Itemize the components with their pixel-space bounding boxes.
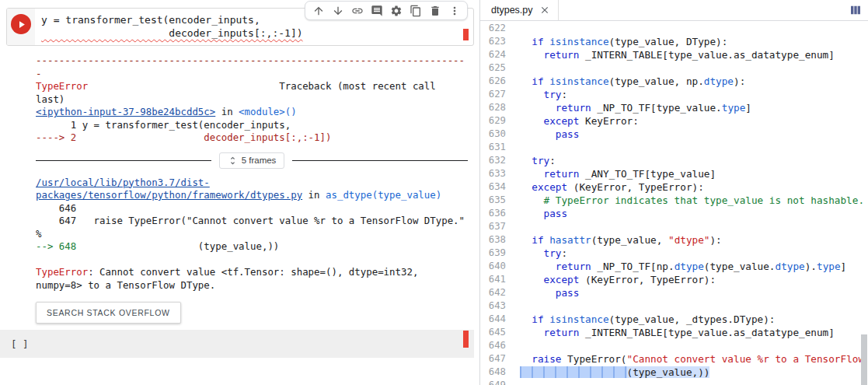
editor-line[interactable]: 644 if isinstance(type_value, _dtypes.DT… [480, 313, 868, 326]
line-number: 630 [480, 128, 506, 141]
editor-line[interactable]: 633 return _ANY_TO_TF[type_value] [480, 167, 868, 180]
scrollbar-thumb[interactable] [861, 334, 867, 385]
editor-settings-icon[interactable] [387, 2, 405, 19]
copy-cell-icon[interactable] [406, 2, 424, 19]
traceback-link[interactable]: <ipython-input-37-98be24bcdd5c> [36, 106, 215, 117]
line-number: 642 [480, 286, 506, 299]
editor-line[interactable]: 634 except (KeyError, TypeError): [480, 180, 868, 194]
search-stack-overflow-button[interactable]: SEARCH STACK OVERFLOW [36, 302, 181, 324]
move-cell-up-icon[interactable] [309, 2, 327, 19]
line-code: try: [506, 88, 567, 101]
editor-line[interactable]: 624 return _INTERN_TABLE[type_value.as_d… [480, 48, 868, 61]
editor-line[interactable]: 637 [480, 220, 868, 233]
link-to-cell-icon[interactable] [348, 2, 366, 19]
line-number: 648 [480, 366, 506, 379]
editor-line[interactable]: 646 [480, 339, 868, 352]
error-overview-mark [463, 29, 469, 40]
editor-line[interactable]: 649 [480, 379, 868, 385]
line-code: raise TypeError("Cannot convert value %r… [506, 352, 868, 366]
line-code: # TypeError indicates that type_value is… [506, 194, 864, 207]
traceback-text: 646 647 raise TypeError("Cannot convert … [36, 202, 465, 240]
line-number: 641 [480, 273, 506, 286]
traceback-text: : Cannot convert value <tf.Tensor: shape… [36, 266, 418, 291]
line-number: 633 [480, 167, 506, 180]
line-number: 623 [480, 35, 506, 48]
add-comment-icon[interactable] [368, 2, 385, 19]
traceback-text: ----> 2 decoder_inputs[:,:-1]) [36, 131, 331, 143]
traceback-text: (type_value,)) [76, 240, 279, 252]
line-number: 645 [480, 326, 506, 339]
traceback-text: as_dtype(type_value) [326, 189, 441, 201]
traceback-text: Traceback (most recent call last) [36, 80, 436, 105]
line-code: pass [506, 128, 579, 141]
traceback-text: <module>() [239, 106, 297, 117]
editor-line[interactable]: 630 pass [480, 128, 868, 141]
editor-scrollbar[interactable] [860, 22, 868, 385]
traceback-bottom: /usr/local/lib/python3.7/dist- packages/… [36, 177, 471, 292]
close-icon[interactable] [539, 5, 550, 16]
line-code: try: [506, 247, 567, 260]
line-number: 647 [480, 352, 506, 366]
line-code [506, 339, 520, 352]
editor-line[interactable]: 629 except KeyError: [480, 114, 868, 128]
traceback-top: ----------------------------------------… [36, 54, 471, 145]
line-number: 631 [480, 141, 506, 154]
expand-frames-button[interactable]: 5 frames [219, 152, 285, 169]
line-code: (type_value,)) [506, 366, 709, 379]
traceback-text: ----------------------------------------… [36, 54, 465, 79]
line-code: except (KeyError, TypeError): [506, 273, 716, 286]
unfold-more-icon [228, 156, 238, 166]
more-cell-actions-icon[interactable] [445, 2, 463, 19]
editor-line[interactable]: 647 raise TypeError("Cannot convert valu… [480, 352, 868, 366]
error-overview-mark [463, 331, 469, 348]
traceback-text: in [215, 106, 239, 117]
editor-line[interactable]: 641 except (KeyError, TypeError): [480, 273, 868, 286]
editor-line[interactable]: 626 if isinstance(type_value, np.dtype): [480, 75, 868, 88]
editor-line[interactable]: 640 return _NP_TO_TF[np.dtype(type_value… [480, 260, 868, 273]
line-number: 627 [480, 88, 506, 101]
play-icon [16, 19, 27, 30]
traceback-text: 1 y = transformer_test(encoder_inputs, [36, 119, 291, 131]
line-code: return _NP_TO_TF[np.dtype(type_value.dty… [506, 260, 846, 273]
line-number: 637 [480, 220, 506, 233]
line-number: 638 [480, 233, 506, 247]
line-code: if hasattr(type_value, "dtype"): [506, 233, 722, 247]
editor-line[interactable]: 622 [480, 22, 868, 35]
line-number: 634 [480, 180, 506, 194]
traceback-text: --> 648 [36, 240, 76, 252]
delete-cell-icon[interactable] [426, 2, 444, 19]
editor-line[interactable]: 628 return _NP_TO_TF[type_value.type] [480, 101, 868, 114]
editor-line[interactable]: 648 (type_value,)) [480, 366, 868, 379]
editor-line[interactable]: 639 try: [480, 247, 868, 260]
tab-dtypes-py[interactable]: dtypes.py [480, 0, 559, 20]
line-code: except KeyError: [506, 114, 639, 128]
editor-line[interactable]: 627 try: [480, 88, 868, 101]
line-code: pass [506, 207, 567, 220]
view-columns-icon[interactable] [849, 0, 868, 20]
run-cell-button[interactable] [11, 14, 31, 34]
line-code [506, 379, 520, 385]
editor-line[interactable]: 645 return _INTERN_TABLE[type_value.as_d… [480, 326, 868, 339]
empty-code-cell[interactable]: [ ] [0, 330, 474, 358]
move-cell-down-icon[interactable] [329, 2, 347, 19]
line-code: return _NP_TO_TF[type_value.type] [506, 101, 751, 114]
editor-line[interactable]: 636 pass [480, 207, 868, 220]
line-code [506, 141, 520, 154]
traceback-text: TypeError [36, 266, 88, 278]
notebook-pane: y = transformer_test(encoder_inputs, dec… [0, 0, 480, 385]
editor-line[interactable]: 635 # TypeError indicates that type_valu… [480, 194, 868, 207]
line-number: 644 [480, 313, 506, 326]
frames-divider: 5 frames [36, 152, 468, 169]
editor-line[interactable]: 643 [480, 299, 868, 313]
line-code: try: [506, 154, 556, 167]
divider-line [36, 160, 211, 161]
traceback-link[interactable]: /usr/local/lib/python3.7/dist- packages/… [36, 177, 302, 201]
editor-line[interactable]: 631 [480, 141, 868, 154]
editor-line[interactable]: 632 try: [480, 154, 868, 167]
editor-line[interactable]: 638 if hasattr(type_value, "dtype"): [480, 233, 868, 247]
editor-line[interactable]: 623 if isinstance(type_value, DType): [480, 35, 868, 48]
editor-line[interactable]: 642 pass [480, 286, 868, 299]
frames-button-label: 5 frames [242, 156, 277, 165]
line-code: except (KeyError, TypeError): [506, 180, 704, 194]
editor-line[interactable]: 625 [480, 61, 868, 75]
